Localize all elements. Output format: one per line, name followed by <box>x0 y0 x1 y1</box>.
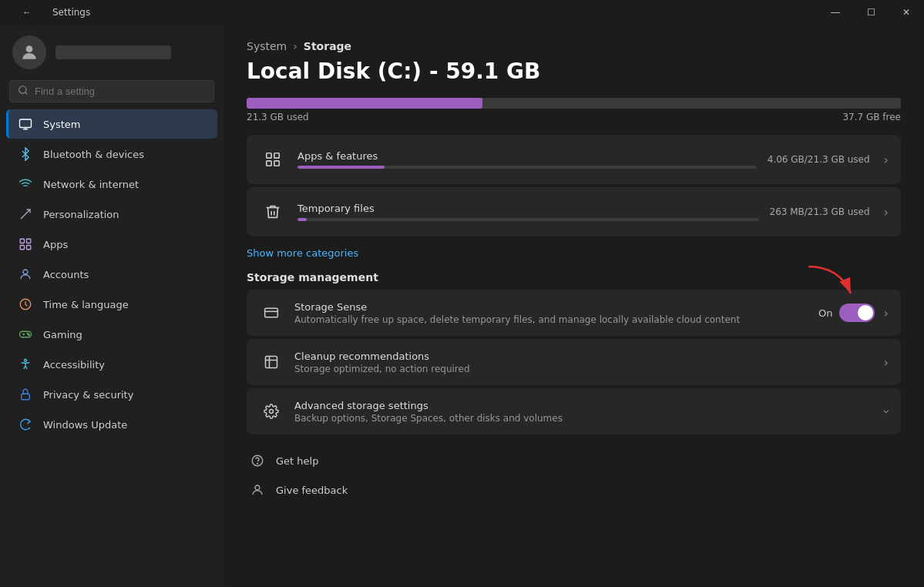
minimize-button[interactable]: — <box>818 0 853 25</box>
chevron-right-icon: › <box>884 355 889 370</box>
mgmt-item-advanced[interactable]: Advanced storage settings Backup options… <box>247 388 901 434</box>
nav-list: System Bluetooth & devices Network & int… <box>0 109 223 440</box>
mgmt-icon-storage-sense <box>259 300 284 325</box>
chevron-right-icon: › <box>884 205 889 220</box>
category-name: Temporary files <box>297 203 759 214</box>
titlebar: ← Settings — ☐ ✕ <box>0 0 924 25</box>
svg-rect-20 <box>267 153 271 158</box>
sidebar-item-update[interactable]: Windows Update <box>6 410 217 439</box>
maximize-button[interactable]: ☐ <box>853 0 889 25</box>
svg-rect-10 <box>27 246 31 250</box>
svg-rect-22 <box>267 161 271 166</box>
svg-rect-21 <box>274 153 279 158</box>
sidebar-label-apps: Apps <box>43 239 68 250</box>
storage-management-header: Storage management <box>247 271 901 283</box>
mgmt-wrapper-advanced: Advanced storage settings Backup options… <box>247 388 901 434</box>
titlebar-title: Settings <box>52 7 90 18</box>
breadcrumb-arrow: › <box>293 40 297 52</box>
sidebar-label-time: Time & language <box>43 299 129 310</box>
accessibility-icon <box>18 357 32 371</box>
sidebar-item-accessibility[interactable]: Accessibility <box>6 350 217 379</box>
sidebar-item-time[interactable]: Time & language <box>6 290 217 319</box>
breadcrumb-parent: System <box>247 40 287 52</box>
sidebar-item-apps[interactable]: Apps <box>6 230 217 259</box>
svg-point-17 <box>29 334 30 336</box>
breadcrumb: System › Storage <box>247 40 901 52</box>
mgmt-info-storage-sense: Storage Sense Automatically free up spac… <box>294 301 808 325</box>
personalization-icon <box>18 207 32 221</box>
sidebar-label-update: Windows Update <box>43 419 127 431</box>
category-item-temporary-files[interactable]: Temporary files 263 MB/21.3 GB used › <box>247 187 901 236</box>
category-item-apps-&-features[interactable]: Apps & features 4.06 GB/21.3 GB used › <box>247 135 901 184</box>
category-icon <box>259 198 287 226</box>
svg-line-2 <box>25 92 28 95</box>
mgmt-item-cleanup[interactable]: Cleanup recommendations Storage optimize… <box>247 339 901 385</box>
privacy-icon <box>18 387 32 401</box>
bottom-link-give-feedback[interactable]: Give feedback <box>247 479 901 501</box>
accounts-icon <box>18 267 32 281</box>
category-name: Apps & features <box>297 150 757 162</box>
storage-bar-container: 21.3 GB used 37.7 GB free <box>247 98 901 122</box>
bottom-link-label: Give feedback <box>276 485 348 496</box>
chevron-right-icon: › <box>884 153 889 167</box>
sidebar-label-accounts: Accounts <box>43 269 89 280</box>
mgmt-info-cleanup: Cleanup recommendations Storage optimize… <box>294 351 870 374</box>
sidebar-label-network: Network & internet <box>43 179 139 190</box>
apps-icon <box>18 237 32 251</box>
toggle-label-storage-sense: On <box>818 307 832 319</box>
svg-rect-23 <box>274 161 279 166</box>
close-button[interactable]: ✕ <box>889 0 924 25</box>
svg-rect-8 <box>27 239 31 243</box>
category-bar <box>297 166 757 169</box>
mgmt-wrapper-storage-sense: Storage Sense Automatically free up spac… <box>247 290 901 336</box>
sidebar-item-network[interactable]: Network & internet <box>6 169 217 199</box>
svg-rect-3 <box>20 119 32 128</box>
svg-point-0 <box>26 45 33 52</box>
network-icon <box>18 177 32 191</box>
mgmt-right-storage-sense: On › <box>818 304 889 322</box>
mgmt-desc-cleanup: Storage optimized, no action required <box>294 364 870 374</box>
back-button[interactable]: ← <box>9 0 45 25</box>
bottom-link-get-help[interactable]: Get help <box>247 450 901 471</box>
search-box[interactable] <box>9 80 214 102</box>
sidebar-header <box>0 25 223 80</box>
sidebar-item-system[interactable]: System <box>6 109 217 139</box>
sidebar-label-gaming: Gaming <box>43 329 82 340</box>
category-size: 4.06 GB/21.3 GB used <box>768 154 870 165</box>
mgmt-name-cleanup: Cleanup recommendations <box>294 351 870 362</box>
svg-rect-24 <box>265 308 278 317</box>
sidebar-item-bluetooth[interactable]: Bluetooth & devices <box>6 139 217 169</box>
app-body: System Bluetooth & devices Network & int… <box>0 25 924 587</box>
mgmt-wrapper-cleanup: Cleanup recommendations Storage optimize… <box>247 339 901 385</box>
search-icon <box>18 85 29 98</box>
mgmt-desc-advanced: Backup options, Storage Spaces, other di… <box>294 413 870 424</box>
titlebar-controls: — ☐ ✕ <box>818 0 924 25</box>
category-bar <box>297 218 759 221</box>
storage-bar-fill <box>247 98 482 109</box>
mgmt-info-advanced: Advanced storage settings Backup options… <box>294 400 870 424</box>
mgmt-item-storage-sense[interactable]: Storage Sense Automatically free up spac… <box>247 290 901 336</box>
avatar[interactable] <box>12 35 46 69</box>
username-bar <box>55 45 171 59</box>
mgmt-icon-advanced <box>259 399 284 424</box>
search-input[interactable] <box>35 86 206 97</box>
sidebar-item-accounts[interactable]: Accounts <box>6 260 217 289</box>
category-info: Temporary files <box>297 203 759 221</box>
sidebar-item-gaming[interactable]: Gaming <box>6 320 217 349</box>
svg-line-6 <box>21 210 30 219</box>
toggle-storage-sense[interactable] <box>839 304 875 322</box>
svg-point-30 <box>255 485 260 490</box>
mgmt-list: Storage Sense Automatically free up spac… <box>247 290 901 434</box>
mgmt-desc-storage-sense: Automatically free up space, delete temp… <box>294 314 808 325</box>
show-more-categories[interactable]: Show more categories <box>247 247 358 259</box>
sidebar-item-personalization[interactable]: Personalization <box>6 200 217 229</box>
page-title: Local Disk (C:) - 59.1 GB <box>247 59 901 84</box>
storage-free-label: 37.7 GB free <box>842 112 901 122</box>
category-size: 263 MB/21.3 GB used <box>770 206 870 217</box>
breadcrumb-current: Storage <box>304 40 351 52</box>
svg-point-11 <box>23 270 28 274</box>
sidebar-item-privacy[interactable]: Privacy & security <box>6 380 217 409</box>
update-icon <box>18 418 32 431</box>
storage-bar-track <box>247 98 901 109</box>
mgmt-name-storage-sense: Storage Sense <box>294 301 808 313</box>
